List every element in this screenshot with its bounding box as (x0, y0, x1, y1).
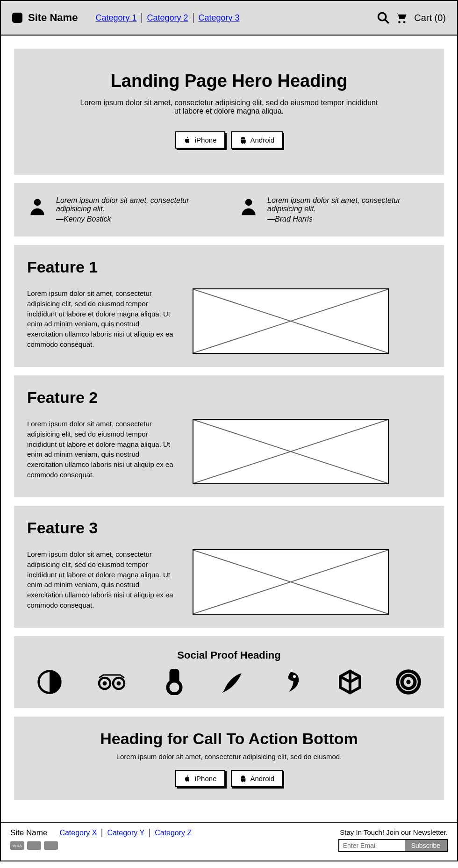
subscribe-button[interactable]: Subscribe (405, 840, 447, 851)
hero-section: Landing Page Hero Heading Lorem ipsum do… (14, 49, 444, 175)
bird-icon (278, 669, 304, 695)
feature-3: Feature 3 Lorem ipsum dolor sit amet, co… (14, 506, 444, 628)
testimonial-2-author: —Brad Harris (267, 215, 431, 223)
android-button[interactable]: Android (231, 131, 283, 149)
hero-subtext: Lorem ipsum dolor sit amet, consectetur … (79, 99, 379, 115)
android-icon (239, 775, 247, 782)
newsletter-label: Stay In Touch! Join our Newsletter. (338, 828, 448, 836)
binocular-icon (95, 669, 129, 695)
feature-2-body: Lorem ipsum dolor sit amet, consectetur … (27, 419, 177, 484)
cart-label[interactable]: Cart (0) (414, 13, 446, 23)
android-button-label: Android (250, 775, 275, 782)
search-icon[interactable] (377, 11, 390, 24)
testimonial-1-author: —Kenny Bostick (56, 215, 220, 223)
top-nav: Category 1 Category 2 Category 3 (91, 13, 244, 23)
hero-heading: Landing Page Hero Heading (27, 71, 431, 91)
hero-buttons: iPhone Android (27, 131, 431, 149)
footer-link-3[interactable]: Category Z (150, 829, 196, 837)
image-placeholder (193, 549, 389, 615)
apple-icon (184, 775, 191, 782)
cart-icon[interactable] (394, 11, 408, 24)
cube-icon (337, 669, 363, 695)
footer-link-2[interactable]: Category Y (102, 829, 150, 837)
footer-site-name: Site Name (10, 828, 47, 838)
person-icon (27, 196, 48, 217)
feature-3-body: Lorem ipsum dolor sit amet, consectetur … (27, 549, 177, 615)
svg-line-1 (385, 20, 389, 23)
iphone-button[interactable]: iPhone (175, 770, 225, 787)
android-button[interactable]: Android (231, 770, 283, 787)
svg-point-5 (245, 199, 252, 206)
person-icon (238, 196, 259, 217)
header-right: Cart (0) (377, 11, 446, 24)
footer-link-1[interactable]: Category X (55, 829, 102, 837)
social-proof-heading: Social Proof Heading (27, 649, 431, 661)
brand-logos (27, 669, 431, 695)
iphone-button-label: iPhone (195, 775, 217, 782)
nav-link-1[interactable]: Category 1 (91, 13, 142, 23)
email-input[interactable] (339, 840, 405, 851)
android-icon (239, 136, 247, 144)
peace-icon (161, 669, 187, 695)
site-name: Site Name (28, 12, 78, 24)
logo-icon (12, 13, 22, 23)
cta-heading: Heading for Call To Action Bottom (27, 730, 431, 748)
svg-point-17 (168, 681, 181, 694)
apple-icon (184, 136, 191, 144)
svg-point-16 (117, 681, 121, 686)
target-icon (395, 669, 422, 695)
nav-link-2[interactable]: Category 2 (142, 13, 193, 23)
footer: Site Name Category X Category Y Category… (1, 822, 457, 861)
svg-point-3 (403, 21, 406, 23)
svg-point-15 (103, 681, 107, 686)
image-placeholder (193, 288, 389, 354)
contrast-icon (36, 669, 63, 695)
cta-buttons: iPhone Android (27, 770, 431, 787)
subscribe-form: Subscribe (338, 839, 448, 852)
svg-point-21 (406, 680, 410, 684)
android-button-label: Android (250, 136, 275, 144)
feature-1: Feature 1 Lorem ipsum dolor sit amet, co… (14, 245, 444, 367)
feature-1-title: Feature 1 (27, 258, 431, 276)
footer-left: Site Name Category X Category Y Category… (10, 828, 196, 850)
testimonial-2-text: Lorem ipsum dolor sit amet, consectetur … (267, 196, 401, 213)
iphone-button[interactable]: iPhone (175, 131, 225, 149)
top-header: Site Name Category 1 Category 2 Category… (1, 1, 457, 36)
feature-1-body: Lorem ipsum dolor sit amet, consectetur … (27, 288, 177, 354)
svg-point-18 (293, 675, 296, 678)
nav-link-3[interactable]: Category 3 (194, 13, 244, 23)
mastercard-icon (27, 841, 41, 850)
feature-2-title: Feature 2 (27, 388, 431, 407)
svg-point-0 (379, 13, 386, 21)
payment-icons: VISA (10, 841, 196, 850)
footer-nav: Category X Category Y Category Z (55, 829, 196, 837)
testimonial-2: Lorem ipsum dolor sit amet, consectetur … (238, 196, 431, 223)
cta-bottom-section: Heading for Call To Action Bottom Lorem … (14, 717, 444, 800)
testimonial-1-text: Lorem ipsum dolor sit amet, consectetur … (56, 196, 189, 213)
visa-icon: VISA (10, 841, 24, 850)
testimonials-section: Lorem ipsum dolor sit amet, consectetur … (14, 183, 444, 237)
social-proof-section: Social Proof Heading (14, 636, 444, 708)
image-placeholder (193, 419, 389, 484)
feature-3-title: Feature 3 (27, 519, 431, 537)
feature-2: Feature 2 Lorem ipsum dolor sit amet, co… (14, 375, 444, 497)
cta-subtext: Lorem ipsum dolor sit amet, consectetur … (27, 753, 431, 760)
testimonial-1: Lorem ipsum dolor sit amet, consectetur … (27, 196, 220, 223)
amex-icon (44, 841, 58, 850)
svg-point-4 (34, 199, 41, 206)
svg-point-2 (398, 21, 401, 23)
iphone-button-label: iPhone (195, 136, 217, 144)
quill-icon (220, 669, 246, 695)
footer-right: Stay In Touch! Join our Newsletter. Subs… (338, 828, 448, 852)
